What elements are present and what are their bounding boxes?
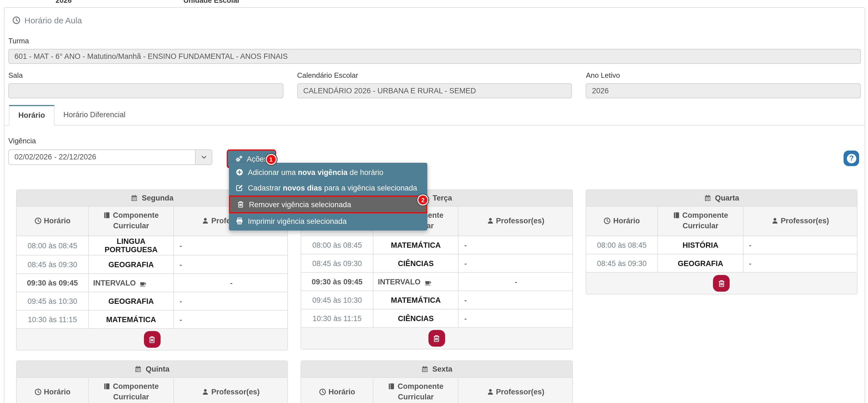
tab-horario[interactable]: Horário [9,105,55,126]
column-header-professor: Professor(es) [743,207,857,236]
sala-input[interactable] [8,83,283,98]
turma-input[interactable]: 601 - MAT - 6° ANO - Matutino/Manhã - EN… [8,49,861,64]
professor-cell: - [743,236,857,254]
annotation-badge-2: 2 [417,194,429,206]
question-circle-icon: ? [847,154,856,163]
day-footer [586,272,857,294]
calendario-input[interactable]: CALENDÁRIO 2026 - URBANA E RURAL - SEMED [297,83,572,98]
clock-icon [604,217,611,224]
schedule-row: 08:45 às 09:30GEOGRAFIA- [586,254,857,272]
clipped-text-left: 2026 [56,0,72,4]
time-cell: 08:00 às 08:45 [302,236,373,254]
column-header-horario: Horário [302,378,373,403]
column-header-componente: Componente Curricular [373,378,459,403]
calendar-icon [704,194,711,202]
book-icon [673,212,680,219]
schedule-row: 09:30 às 09:45INTERVALO- [17,274,287,292]
plus-circle-icon [236,168,243,176]
professor-cell: - [174,255,287,274]
subject-cell: MATEMÁTICA [88,310,174,328]
tab-content: Vigência 02/02/2026 - 22/12/2026 Ações 1… [4,126,865,403]
professor-cell: - [459,236,572,254]
time-cell: 08:45 às 09:30 [586,254,658,272]
actions-button-label: Ações [247,155,268,163]
menu-item[interactable]: Imprimir vigência selecionada [229,213,427,229]
trash-icon [148,335,156,344]
ano-letivo-input[interactable]: 2026 [586,83,861,98]
time-cell: 09:45 às 10:30 [302,291,373,309]
vigencia-label: Vigência [8,137,861,145]
column-header-componente: Componente Curricular [658,207,743,236]
sala-field: Sala [8,71,283,98]
professor-cell: - [174,236,287,255]
calendar-icon [131,194,138,202]
menu-item[interactable]: Remover vigência selecionada [229,195,427,213]
column-header-componente: Componente Curricular [88,378,174,403]
schedule-row: 09:45 às 10:30GEOGRAFIA- [17,292,287,310]
print-icon [236,217,243,225]
menu-item[interactable]: Adicionar uma nova vigência de horário [229,164,427,180]
schedule-row: 10:30 às 11:15CIÊNCIAS- [302,309,572,327]
page-title: Horário de Aula [25,16,82,25]
day-table: Quarta Horário Componente Curricular Pro… [585,189,858,294]
turma-field: Turma 601 - MAT - 6° ANO - Matutino/Manh… [4,37,865,64]
edit-square-icon [236,184,243,192]
menu-item[interactable]: Cadastrar novos dias para a vigência sel… [229,180,427,195]
day-title: Quinta [17,361,287,378]
schedule-grid: Segunda Horário Componente Curricular Pr… [16,189,858,403]
day-title: Quarta [586,190,857,207]
main-panel: Horário de Aula Turma 601 - MAT - 6° ANO… [4,7,865,403]
column-header-horario: Horário [586,207,658,236]
day-name: Segunda [142,194,174,202]
tab-bar: Horário Horário Diferencial [4,105,865,126]
subject-cell: INTERVALO [88,274,174,292]
column-header-professor: Professor(es) [459,378,572,403]
schedule-row: 09:45 às 10:30MATEMÁTICA- [302,291,572,309]
column-header-horario: Horário [17,378,88,403]
subject-cell: GEOGRAFIA [658,254,743,272]
column-header-row: Horário Componente Curricular Professor(… [302,378,572,403]
clipped-previous-section: 2026 Unidade Escolar [0,0,868,7]
subject-cell: HISTÓRIA [658,236,743,254]
help-button[interactable]: ? [843,151,859,166]
remove-day-button[interactable] [429,330,445,347]
gears-icon [235,155,243,163]
schedule-table: Horário Componente Curricular Professor(… [302,378,572,403]
professor-cell: - [459,309,572,327]
time-cell: 09:30 às 09:45 [17,274,88,292]
subject-cell: GEOGRAFIA [88,255,174,274]
professor-cell: - [459,273,572,291]
remove-day-button[interactable] [144,331,160,348]
clock-icon [34,217,42,224]
time-cell: 09:30 às 09:45 [302,273,373,291]
column-header-row: Horário Componente Curricular Professor(… [17,378,287,403]
time-cell: 10:30 às 11:15 [302,309,373,327]
ano-letivo-label: Ano Letivo [586,71,861,80]
remove-day-button[interactable] [713,275,730,291]
day-name: Quinta [146,365,170,373]
day-table: Sexta Horário Componente Curricular Prof… [301,361,573,403]
time-cell: 09:45 às 10:30 [17,292,88,310]
menu-item-label: Imprimir vigência selecionada [248,217,347,225]
vigencia-row: 02/02/2026 - 22/12/2026 Ações 1 ? [8,149,861,168]
chevron-down-icon [200,154,207,160]
book-icon [103,383,111,390]
menu-item-label: Remover vigência selecionada [249,200,351,209]
vigencia-select[interactable]: 02/02/2026 - 22/12/2026 [8,149,212,165]
select-caret[interactable] [195,150,212,164]
professor-cell: - [174,292,287,310]
tab-horario-diferencial[interactable]: Horário Diferencial [55,105,134,125]
professor-cell: - [459,291,572,309]
subject-cell: MATEMÁTICA [373,291,459,309]
ano-letivo-field: Ano Letivo 2026 [586,71,861,98]
day-footer [17,328,287,350]
subject-cell: MATEMÁTICA [373,236,459,254]
subject-cell: CIÊNCIAS [373,254,459,273]
user-icon [202,217,209,224]
professor-cell: - [459,254,572,273]
book-icon [103,212,111,219]
vigencia-selected-value: 02/02/2026 - 22/12/2026 [9,150,195,164]
day-name: Quarta [715,194,739,202]
turma-label: Turma [8,37,861,45]
schedule-row: 08:00 às 08:45HISTÓRIA- [586,236,857,254]
